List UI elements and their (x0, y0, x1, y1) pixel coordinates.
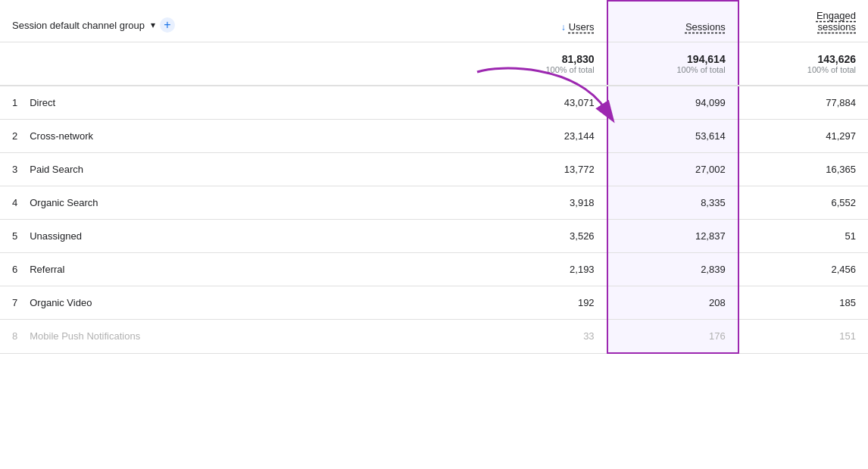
row-number: 6 (12, 264, 17, 275)
row-number: 3 (12, 164, 17, 175)
users-cell: 3,526 (477, 220, 607, 253)
table-row: 7Organic Video192208185 (0, 286, 868, 320)
dimension-label: Session default channel group (12, 20, 145, 31)
table-row: 1Direct43,07194,09977,884 (0, 86, 868, 120)
users-label: Users (569, 21, 595, 33)
dimension-column-header: Session default channel group ▾ + (0, 1, 477, 42)
users-cell: 3,918 (477, 186, 607, 220)
users-cell: 23,144 (477, 120, 607, 153)
channel-name[interactable]: Cross-network (30, 130, 93, 142)
table-row: 8Mobile Push Notifications33176151 (0, 320, 868, 354)
engaged-sessions-cell: 151 (738, 320, 868, 354)
users-cell: 33 (477, 320, 607, 354)
totals-dimension-cell (0, 42, 477, 86)
sessions-cell: 27,002 (607, 153, 738, 186)
table-row: 6Referral2,1932,8392,456 (0, 253, 868, 286)
users-cell: 192 (477, 286, 607, 320)
engaged-sessions-cell: 51 (738, 220, 868, 253)
users-column-header[interactable]: ↓ Users (477, 1, 607, 42)
totals-users-cell: 81,830 100% of total (477, 42, 607, 86)
engaged-sessions-column-header[interactable]: Engagedsessions (738, 1, 868, 42)
channel-name[interactable]: Referral (30, 264, 64, 275)
row-number: 8 (12, 330, 17, 342)
row-number: 7 (12, 297, 17, 308)
engaged-sessions-label: Engagedsessions (816, 10, 856, 33)
table-row: 4Organic Search3,9188,3356,552 (0, 186, 868, 220)
engaged-sessions-cell: 77,884 (738, 86, 868, 120)
channel-name[interactable]: Paid Search (30, 164, 83, 175)
row-number: 2 (12, 130, 17, 142)
users-cell: 43,071 (477, 86, 607, 120)
row-number: 5 (12, 230, 17, 242)
sessions-cell: 176 (607, 320, 738, 354)
sessions-column-header[interactable]: Sessions (607, 1, 738, 42)
users-cell: 2,193 (477, 253, 607, 286)
sessions-cell: 8,335 (607, 186, 738, 220)
engaged-sessions-cell: 16,365 (738, 153, 868, 186)
sessions-cell: 208 (607, 286, 738, 320)
sessions-cell: 2,839 (607, 253, 738, 286)
engaged-sessions-cell: 185 (738, 286, 868, 320)
sessions-cell: 94,099 (607, 86, 738, 120)
engaged-sessions-cell: 6,552 (738, 186, 868, 220)
add-column-button[interactable]: + (160, 17, 175, 33)
analytics-table: Session default channel group ▾ + ↓ User… (0, 0, 868, 469)
engaged-sessions-cell: 41,297 (738, 120, 868, 153)
dimension-dropdown-button[interactable]: ▾ (151, 20, 155, 30)
row-number: 4 (12, 197, 17, 208)
totals-sessions-cell: 194,614 100% of total (607, 42, 738, 86)
sessions-cell: 53,614 (607, 120, 738, 153)
users-cell: 13,772 (477, 153, 607, 186)
table-row: 3Paid Search13,77227,00216,365 (0, 153, 868, 186)
data-table: Session default channel group ▾ + ↓ User… (0, 0, 868, 354)
channel-name[interactable]: Direct (30, 97, 55, 108)
sessions-label: Sessions (685, 21, 726, 33)
table-row: 2Cross-network23,14453,61441,297 (0, 120, 868, 153)
channel-name[interactable]: Organic Search (30, 197, 98, 208)
channel-name[interactable]: Organic Video (30, 297, 92, 308)
sort-icon: ↓ (561, 22, 566, 33)
channel-name[interactable]: Mobile Push Notifications (30, 330, 140, 342)
engaged-sessions-cell: 2,456 (738, 253, 868, 286)
channel-name[interactable]: Unassigned (30, 230, 82, 242)
totals-row: 81,830 100% of total 194,614 100% of tot… (0, 42, 868, 86)
table-row: 5Unassigned3,52612,83751 (0, 220, 868, 253)
sessions-cell: 12,837 (607, 220, 738, 253)
totals-engaged-cell: 143,626 100% of total (738, 42, 868, 86)
row-number: 1 (12, 97, 17, 108)
